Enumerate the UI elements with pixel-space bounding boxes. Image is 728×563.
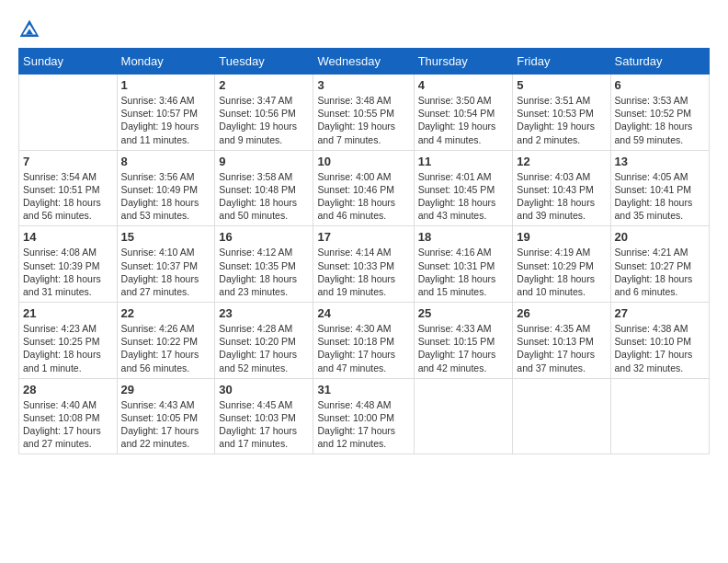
- day-number: 6: [615, 78, 705, 92]
- day-number: 31: [317, 383, 409, 396]
- day-info: Sunrise: 4:16 AM Sunset: 10:31 PM Daylig…: [418, 246, 509, 298]
- day-info: Sunrise: 4:26 AM Sunset: 10:22 PM Daylig…: [121, 322, 211, 374]
- day-info: Sunrise: 3:58 AM Sunset: 10:48 PM Daylig…: [219, 170, 309, 223]
- day-cell: [513, 378, 610, 454]
- day-number: 13: [615, 155, 705, 168]
- day-info: Sunrise: 4:03 AM Sunset: 10:43 PM Daylig…: [517, 170, 606, 223]
- day-cell: 5Sunrise: 3:51 AM Sunset: 10:53 PM Dayli…: [513, 75, 610, 151]
- day-number: 21: [23, 306, 113, 320]
- day-info: Sunrise: 4:33 AM Sunset: 10:15 PM Daylig…: [418, 322, 509, 374]
- day-number: 5: [517, 78, 606, 92]
- header-row: SundayMondayTuesdayWednesdayThursdayFrid…: [19, 49, 710, 75]
- day-cell: 20Sunrise: 4:21 AM Sunset: 10:27 PM Dayl…: [610, 226, 709, 303]
- day-cell: 24Sunrise: 4:30 AM Sunset: 10:18 PM Dayl…: [313, 303, 414, 379]
- day-info: Sunrise: 4:19 AM Sunset: 10:29 PM Daylig…: [517, 246, 606, 298]
- day-cell: [414, 378, 513, 454]
- day-number: 26: [517, 306, 606, 320]
- day-cell: 1Sunrise: 3:46 AM Sunset: 10:57 PM Dayli…: [117, 75, 215, 151]
- day-cell: 16Sunrise: 4:12 AM Sunset: 10:35 PM Dayl…: [215, 226, 313, 303]
- day-number: 18: [418, 230, 509, 244]
- day-number: 4: [418, 78, 509, 92]
- day-info: Sunrise: 4:38 AM Sunset: 10:10 PM Daylig…: [615, 322, 705, 374]
- header-day-monday: Monday: [117, 49, 215, 75]
- day-number: 11: [418, 155, 509, 168]
- day-info: Sunrise: 4:10 AM Sunset: 10:37 PM Daylig…: [121, 246, 211, 298]
- week-row-2: 7Sunrise: 3:54 AM Sunset: 10:51 PM Dayli…: [19, 150, 710, 226]
- day-cell: 2Sunrise: 3:47 AM Sunset: 10:56 PM Dayli…: [215, 75, 313, 151]
- day-info: Sunrise: 4:14 AM Sunset: 10:33 PM Daylig…: [317, 246, 409, 298]
- logo-icon: [18, 18, 40, 40]
- day-number: 29: [121, 383, 211, 396]
- day-info: Sunrise: 3:50 AM Sunset: 10:54 PM Daylig…: [418, 94, 509, 146]
- header-day-sunday: Sunday: [19, 49, 118, 75]
- day-cell: 6Sunrise: 3:53 AM Sunset: 10:52 PM Dayli…: [610, 75, 709, 151]
- day-number: 1: [121, 78, 211, 92]
- day-number: 10: [317, 155, 409, 168]
- week-row-3: 14Sunrise: 4:08 AM Sunset: 10:39 PM Dayl…: [19, 226, 710, 303]
- day-cell: 21Sunrise: 4:23 AM Sunset: 10:25 PM Dayl…: [19, 303, 118, 379]
- day-number: 9: [219, 155, 309, 168]
- day-number: 24: [317, 306, 409, 320]
- day-info: Sunrise: 4:48 AM Sunset: 10:00 PM Daylig…: [317, 398, 409, 451]
- day-number: 27: [615, 306, 705, 320]
- day-cell: 23Sunrise: 4:28 AM Sunset: 10:20 PM Dayl…: [215, 303, 313, 379]
- logo: [18, 18, 44, 40]
- day-info: Sunrise: 3:46 AM Sunset: 10:57 PM Daylig…: [121, 94, 211, 146]
- day-info: Sunrise: 4:12 AM Sunset: 10:35 PM Daylig…: [219, 246, 309, 298]
- day-cell: 22Sunrise: 4:26 AM Sunset: 10:22 PM Dayl…: [117, 303, 215, 379]
- day-number: 16: [219, 230, 309, 244]
- day-info: Sunrise: 4:23 AM Sunset: 10:25 PM Daylig…: [23, 322, 113, 374]
- day-cell: 29Sunrise: 4:43 AM Sunset: 10:05 PM Dayl…: [117, 378, 215, 454]
- week-row-4: 21Sunrise: 4:23 AM Sunset: 10:25 PM Dayl…: [19, 303, 710, 379]
- day-number: 15: [121, 230, 211, 244]
- day-info: Sunrise: 4:30 AM Sunset: 10:18 PM Daylig…: [317, 322, 409, 374]
- day-cell: [610, 378, 709, 454]
- day-info: Sunrise: 4:45 AM Sunset: 10:03 PM Daylig…: [219, 398, 309, 451]
- day-cell: 28Sunrise: 4:40 AM Sunset: 10:08 PM Dayl…: [19, 378, 118, 454]
- day-cell: 10Sunrise: 4:00 AM Sunset: 10:46 PM Dayl…: [313, 150, 414, 226]
- day-cell: 27Sunrise: 4:38 AM Sunset: 10:10 PM Dayl…: [610, 303, 709, 379]
- day-info: Sunrise: 3:48 AM Sunset: 10:55 PM Daylig…: [317, 94, 409, 146]
- day-cell: 11Sunrise: 4:01 AM Sunset: 10:45 PM Dayl…: [414, 150, 513, 226]
- day-number: 17: [317, 230, 409, 244]
- day-cell: 18Sunrise: 4:16 AM Sunset: 10:31 PM Dayl…: [414, 226, 513, 303]
- day-number: 20: [615, 230, 705, 244]
- day-number: 3: [317, 78, 409, 92]
- day-info: Sunrise: 4:40 AM Sunset: 10:08 PM Daylig…: [23, 398, 113, 451]
- day-info: Sunrise: 4:21 AM Sunset: 10:27 PM Daylig…: [615, 246, 705, 298]
- day-info: Sunrise: 4:00 AM Sunset: 10:46 PM Daylig…: [317, 170, 409, 223]
- day-cell: [19, 75, 118, 151]
- header-day-thursday: Thursday: [414, 49, 513, 75]
- day-cell: 30Sunrise: 4:45 AM Sunset: 10:03 PM Dayl…: [215, 378, 313, 454]
- page-header: [18, 18, 710, 40]
- day-number: 12: [517, 155, 606, 168]
- calendar-table: SundayMondayTuesdayWednesdayThursdayFrid…: [18, 48, 710, 454]
- day-info: Sunrise: 3:53 AM Sunset: 10:52 PM Daylig…: [615, 94, 705, 146]
- day-info: Sunrise: 4:08 AM Sunset: 10:39 PM Daylig…: [23, 246, 113, 298]
- day-number: 28: [23, 383, 113, 396]
- day-info: Sunrise: 3:56 AM Sunset: 10:49 PM Daylig…: [121, 170, 211, 223]
- day-info: Sunrise: 4:05 AM Sunset: 10:41 PM Daylig…: [615, 170, 705, 223]
- day-cell: 13Sunrise: 4:05 AM Sunset: 10:41 PM Dayl…: [610, 150, 709, 226]
- header-day-saturday: Saturday: [610, 49, 709, 75]
- day-cell: 4Sunrise: 3:50 AM Sunset: 10:54 PM Dayli…: [414, 75, 513, 151]
- day-number: 23: [219, 306, 309, 320]
- day-info: Sunrise: 4:35 AM Sunset: 10:13 PM Daylig…: [517, 322, 606, 374]
- day-number: 22: [121, 306, 211, 320]
- day-cell: 17Sunrise: 4:14 AM Sunset: 10:33 PM Dayl…: [313, 226, 414, 303]
- header-day-tuesday: Tuesday: [215, 49, 313, 75]
- day-cell: 7Sunrise: 3:54 AM Sunset: 10:51 PM Dayli…: [19, 150, 118, 226]
- day-cell: 14Sunrise: 4:08 AM Sunset: 10:39 PM Dayl…: [19, 226, 118, 303]
- day-cell: 26Sunrise: 4:35 AM Sunset: 10:13 PM Dayl…: [513, 303, 610, 379]
- day-number: 19: [517, 230, 606, 244]
- week-row-1: 1Sunrise: 3:46 AM Sunset: 10:57 PM Dayli…: [19, 75, 710, 151]
- day-info: Sunrise: 4:01 AM Sunset: 10:45 PM Daylig…: [418, 170, 509, 223]
- header-day-friday: Friday: [513, 49, 610, 75]
- day-cell: 19Sunrise: 4:19 AM Sunset: 10:29 PM Dayl…: [513, 226, 610, 303]
- day-number: 14: [23, 230, 113, 244]
- day-info: Sunrise: 4:43 AM Sunset: 10:05 PM Daylig…: [121, 398, 211, 451]
- day-cell: 9Sunrise: 3:58 AM Sunset: 10:48 PM Dayli…: [215, 150, 313, 226]
- day-cell: 25Sunrise: 4:33 AM Sunset: 10:15 PM Dayl…: [414, 303, 513, 379]
- week-row-5: 28Sunrise: 4:40 AM Sunset: 10:08 PM Dayl…: [19, 378, 710, 454]
- day-number: 30: [219, 383, 309, 396]
